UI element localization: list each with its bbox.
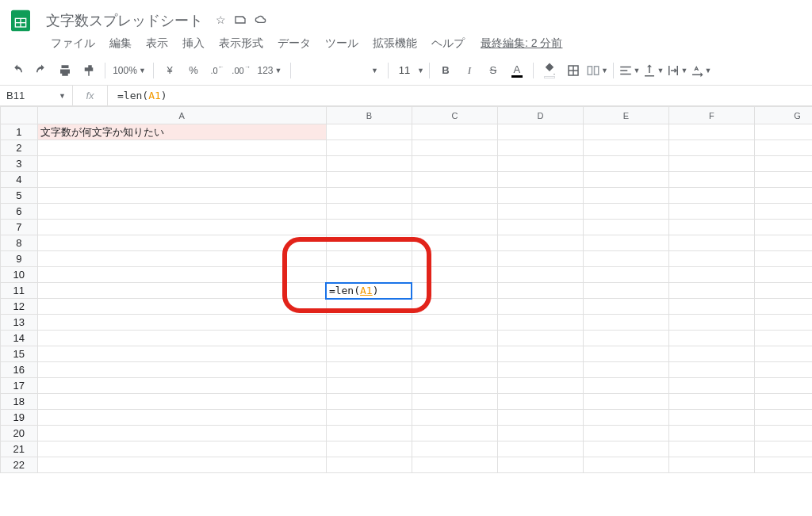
- cell[interactable]: [497, 220, 583, 235]
- cell[interactable]: [583, 172, 668, 188]
- strikethrough-button[interactable]: S: [482, 59, 504, 82]
- cell[interactable]: [583, 188, 668, 204]
- row-header[interactable]: 5: [1, 188, 38, 204]
- cell[interactable]: [754, 124, 812, 140]
- cell[interactable]: [754, 235, 812, 251]
- cell[interactable]: [37, 251, 326, 267]
- cell[interactable]: [583, 457, 668, 473]
- cell[interactable]: [754, 188, 812, 204]
- cell[interactable]: [668, 156, 754, 172]
- cell[interactable]: [668, 188, 754, 204]
- cell[interactable]: [754, 299, 812, 315]
- cell[interactable]: [754, 331, 812, 346]
- move-icon[interactable]: [234, 13, 247, 29]
- cell[interactable]: [754, 172, 812, 188]
- cell[interactable]: [668, 204, 754, 220]
- cell[interactable]: [37, 235, 326, 251]
- cell[interactable]: [326, 172, 412, 188]
- cell[interactable]: [497, 156, 583, 172]
- vertical-align-button[interactable]: ▼: [642, 59, 665, 82]
- font-size-input[interactable]: 11: [393, 63, 416, 77]
- row-header[interactable]: 21: [1, 441, 38, 457]
- menu-format[interactable]: 表示形式: [213, 35, 270, 52]
- cell[interactable]: [326, 331, 412, 346]
- cell[interactable]: [583, 140, 668, 156]
- decrease-decimal-button[interactable]: .0←: [206, 59, 228, 82]
- cell[interactable]: [583, 299, 668, 315]
- cell[interactable]: [668, 283, 754, 299]
- cell[interactable]: [37, 331, 326, 346]
- cell[interactable]: [583, 251, 668, 267]
- cell[interactable]: [37, 156, 326, 172]
- percent-button[interactable]: %: [182, 59, 205, 82]
- cell[interactable]: [497, 441, 583, 457]
- cell[interactable]: [37, 441, 326, 457]
- menu-file[interactable]: ファイル: [44, 35, 102, 52]
- cell[interactable]: [326, 204, 412, 220]
- cell[interactable]: [497, 426, 583, 441]
- undo-button[interactable]: [6, 59, 29, 82]
- cell[interactable]: [668, 251, 754, 267]
- cell[interactable]: [326, 441, 412, 457]
- menu-data[interactable]: データ: [271, 35, 317, 52]
- doc-title[interactable]: 文字数スプレッドシート: [41, 10, 208, 32]
- cell[interactable]: [497, 457, 583, 473]
- cell[interactable]: [412, 315, 497, 331]
- text-wrap-button[interactable]: ▼: [666, 59, 688, 82]
- menu-edit[interactable]: 編集: [103, 35, 138, 52]
- cell[interactable]: [497, 331, 583, 346]
- menu-view[interactable]: 表示: [140, 35, 174, 52]
- cell[interactable]: [412, 204, 497, 220]
- row-header[interactable]: 15: [1, 346, 38, 362]
- row-header[interactable]: 9: [1, 251, 38, 267]
- cell[interactable]: [37, 394, 326, 410]
- menu-help[interactable]: ヘルプ: [425, 35, 471, 52]
- cell[interactable]: [754, 426, 812, 441]
- col-header[interactable]: A: [37, 107, 326, 124]
- cell[interactable]: [37, 204, 326, 220]
- cell[interactable]: [668, 362, 754, 378]
- cell[interactable]: [754, 441, 812, 457]
- cell[interactable]: [412, 124, 497, 140]
- row-header[interactable]: 17: [1, 378, 38, 394]
- row-header[interactable]: 14: [1, 331, 38, 346]
- cell[interactable]: [754, 378, 812, 394]
- row-header[interactable]: 10: [1, 267, 38, 283]
- cell[interactable]: [754, 220, 812, 235]
- cell[interactable]: [754, 283, 812, 299]
- cell[interactable]: [37, 172, 326, 188]
- cell[interactable]: [668, 346, 754, 362]
- cloud-icon[interactable]: [255, 13, 267, 29]
- cell[interactable]: [326, 267, 412, 283]
- cell[interactable]: [497, 251, 583, 267]
- borders-button[interactable]: [562, 59, 584, 82]
- cell[interactable]: [583, 220, 668, 235]
- merge-cells-button[interactable]: ▼: [586, 59, 608, 82]
- cell[interactable]: [497, 267, 583, 283]
- font-family-select[interactable]: ▼: [296, 67, 383, 75]
- row-header[interactable]: 22: [1, 457, 38, 473]
- cell[interactable]: [497, 235, 583, 251]
- cell[interactable]: [668, 331, 754, 346]
- increase-decimal-button[interactable]: .00→: [230, 59, 252, 82]
- cell[interactable]: [326, 410, 412, 426]
- cell[interactable]: [326, 156, 412, 172]
- cell[interactable]: [668, 426, 754, 441]
- cell[interactable]: [326, 378, 412, 394]
- cell[interactable]: [412, 267, 497, 283]
- row-header[interactable]: 20: [1, 426, 38, 441]
- cell[interactable]: [326, 394, 412, 410]
- cell[interactable]: [412, 156, 497, 172]
- text-color-button[interactable]: A: [506, 59, 528, 82]
- cell[interactable]: [583, 394, 668, 410]
- cell[interactable]: [754, 204, 812, 220]
- cell[interactable]: 文字数が何文字か知りたい: [37, 124, 326, 140]
- cell[interactable]: [754, 346, 812, 362]
- row-header[interactable]: 12: [1, 299, 38, 315]
- number-format-select[interactable]: 123▼: [254, 59, 285, 82]
- redo-button[interactable]: [30, 59, 52, 82]
- cell[interactable]: [326, 140, 412, 156]
- cell[interactable]: [754, 156, 812, 172]
- cell[interactable]: [412, 331, 497, 346]
- cell[interactable]: [668, 394, 754, 410]
